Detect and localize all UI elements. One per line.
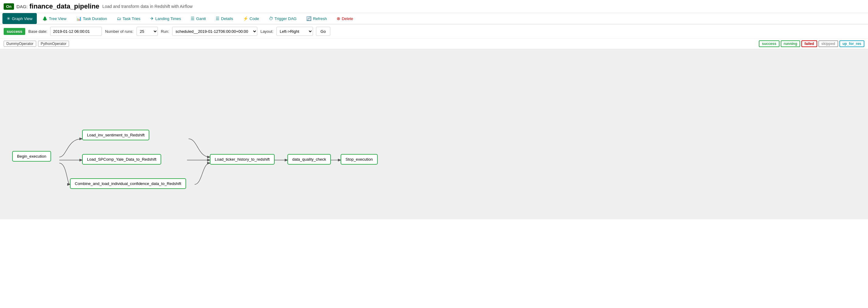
tree-view-icon: 🌲 (42, 16, 48, 21)
success-status-badge: success (4, 28, 25, 35)
tab-task-tries-label: Task Tries (123, 16, 141, 21)
landing-times-icon: ✈ (150, 16, 154, 21)
tab-landing-times[interactable]: ✈ Landing Times (146, 13, 186, 24)
tab-task-duration[interactable]: 📊 Task Duration (72, 13, 111, 24)
tab-trigger-dag-label: Trigger DAG (275, 16, 297, 21)
dag-node-load-ticker-history[interactable]: Load_ticker_history_to_redshift (210, 154, 275, 165)
dag-prefix-label: DAG: (17, 4, 28, 9)
tab-details-label: Details (221, 16, 233, 21)
tab-code[interactable]: ⚡ Code (239, 13, 264, 24)
tab-delete[interactable]: ⊗ Delete (333, 13, 358, 24)
base-date-input[interactable] (50, 27, 102, 36)
dag-node-load-ticker-history-label: Load_ticker_history_to_redshift (215, 157, 270, 162)
dag-node-data-quality-check-label: data_quality_check (292, 157, 326, 162)
num-runs-select[interactable]: 25 10 50 (136, 27, 158, 36)
legend-failed: failed (801, 40, 817, 47)
tab-refresh-label: Refresh (313, 16, 327, 21)
dag-node-combine-label: Combine_and_load_individual_confidence_d… (75, 181, 181, 186)
gantt-icon: ☰ (191, 16, 195, 21)
delete-icon: ⊗ (337, 16, 340, 21)
dag-header: On DAG: finance_data_pipeline Load and t… (0, 0, 868, 13)
tab-refresh[interactable]: 🔄 Refresh (302, 13, 331, 24)
tab-landing-times-label: Landing Times (155, 16, 181, 21)
run-select[interactable]: scheduled__2019-01-12T06:00:00+00:00 (172, 27, 257, 36)
graph-view-icon: ✳ (7, 16, 10, 21)
dag-node-load-spcomp-label: Load_SPComp_Yale_Data_to_Redshift (87, 157, 156, 162)
dag-name-label: finance_data_pipeline (30, 2, 99, 10)
dag-node-stop-execution[interactable]: Stop_execution (341, 154, 378, 165)
operator-tag-dummy[interactable]: DummyOperator (4, 41, 36, 47)
operator-tags: DummyOperator PythonOperator (4, 41, 69, 47)
operator-bar: DummyOperator PythonOperator success run… (0, 39, 868, 49)
on-badge[interactable]: On (4, 3, 14, 10)
tab-graph-view[interactable]: ✳ Graph View (2, 13, 37, 24)
num-runs-label: Number of runs: (105, 29, 133, 34)
task-duration-icon: 📊 (76, 16, 82, 21)
trigger-dag-icon: ⏱ (269, 16, 273, 21)
refresh-icon: 🔄 (306, 16, 311, 21)
dag-node-begin-execution[interactable]: Begin_execution (12, 151, 51, 162)
tab-tree-view-label: Tree View (49, 16, 67, 21)
task-tries-icon: 🗂 (117, 16, 121, 21)
tab-task-tries[interactable]: 🗂 Task Tries (113, 13, 145, 24)
status-legend: success running failed skipped up_for_re… (759, 40, 864, 47)
tab-delete-label: Delete (342, 16, 353, 21)
base-date-label: Base date: (28, 29, 47, 34)
tab-code-label: Code (250, 16, 259, 21)
tab-gantt[interactable]: ☰ Gantt (186, 13, 210, 24)
tab-details[interactable]: ☰ Details (211, 13, 238, 24)
run-label: Run: (161, 29, 169, 34)
dag-node-load-spcomp[interactable]: Load_SPComp_Yale_Data_to_Redshift (82, 154, 161, 165)
tab-gantt-label: Gantt (196, 16, 206, 21)
dag-graph-area: Begin_execution Load_inv_sentiment_to_Re… (0, 49, 868, 219)
go-button[interactable]: Go (316, 27, 330, 36)
tab-trigger-dag[interactable]: ⏱ Trigger DAG (265, 13, 301, 24)
layout-select[interactable]: Left->Right Top->Bottom (276, 27, 313, 36)
details-icon: ☰ (216, 16, 220, 21)
layout-label: Layout: (260, 29, 273, 34)
nav-bar: ✳ Graph View 🌲 Tree View 📊 Task Duration… (0, 13, 868, 24)
legend-success: success (759, 40, 779, 47)
operator-tag-python[interactable]: PythonOperator (38, 41, 69, 47)
tab-graph-view-label: Graph View (12, 16, 33, 21)
legend-running: running (781, 40, 801, 47)
legend-up-for-res: up_for_res (839, 40, 864, 47)
dag-node-begin-execution-label: Begin_execution (17, 154, 46, 159)
tab-task-duration-label: Task Duration (83, 16, 107, 21)
dag-node-combine[interactable]: Combine_and_load_individual_confidence_d… (70, 178, 186, 189)
dag-node-load-inv-sentiment[interactable]: Load_inv_sentiment_to_Redshift (82, 130, 149, 140)
dag-node-load-inv-sentiment-label: Load_inv_sentiment_to_Redshift (87, 133, 145, 137)
legend-skipped: skipped (818, 40, 838, 47)
dag-node-stop-execution-label: Stop_execution (345, 157, 373, 162)
controls-bar: success Base date: Number of runs: 25 10… (0, 24, 868, 39)
dag-description: Load and transform data in Redshift with… (102, 4, 193, 9)
code-icon: ⚡ (243, 16, 248, 21)
tab-tree-view[interactable]: 🌲 Tree View (38, 13, 71, 24)
dag-node-data-quality-check[interactable]: data_quality_check (287, 154, 331, 165)
